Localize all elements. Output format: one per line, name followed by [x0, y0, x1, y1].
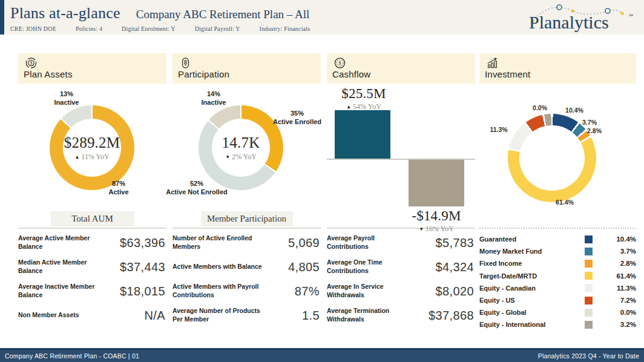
donut-label-active-enrolled: 35% Active Enrolled	[268, 109, 326, 127]
stat-label: Average One Time Contributions	[327, 258, 418, 275]
stat-row: Average Active Member Balance $63,396	[18, 231, 166, 255]
donut-label-active: 87% Active	[88, 179, 149, 197]
stat-row: Non Member Assets N/A	[18, 303, 166, 327]
plan-assets-donut[interactable]: $289.2M ▲ 11% YoY	[50, 105, 134, 190]
stat-value: $37,868	[429, 309, 474, 323]
legend-row: Money Market Fund 3.7%	[479, 245, 636, 257]
investment-legend: Guaranteed 10.4% Money Market Fund 3.7% …	[479, 228, 636, 331]
legend-label: Target-Date/MRTD	[479, 272, 585, 280]
legend-value: 11.3%	[611, 285, 636, 292]
panel-plan-assets: $ Plan Assets $289.2M ▲ 11% YoY 13% Inac…	[18, 53, 166, 331]
donut-label-active-not-enrolled: 52% Active Not Enrolled	[160, 179, 233, 197]
stat-row: Average Payroll Contributions $5,783	[327, 231, 475, 255]
logo-node-icon	[620, 12, 623, 15]
meta-item: CRE: JOHN DOE	[10, 25, 56, 32]
donut-label-guaranteed: 10.4%	[561, 107, 588, 114]
stat-value: $5,783	[435, 236, 474, 250]
legend-swatch	[585, 309, 593, 317]
donut-center	[519, 125, 585, 191]
donut-label-equity-global: 0.0%	[527, 104, 553, 111]
legend-swatch	[585, 321, 593, 329]
participation-chart: 14.7K ▼ 2% YoY 14% Inactive 35% Active E…	[172, 84, 321, 226]
footer: Company ABC Retirement Plan - COABC | 01…	[0, 348, 644, 362]
legend-value: 2.8%	[611, 260, 636, 267]
stat-label: Average Number of Products Per Member	[172, 307, 263, 323]
stat-row: Number of Active Enrolled Members 5,069	[172, 231, 321, 255]
stat-label: Number of Active Enrolled Members	[172, 234, 263, 251]
stat-row: Average One Time Contributions $4,324	[327, 255, 475, 279]
legend-swatch	[585, 272, 593, 280]
legend-label: Fixed Income	[479, 260, 585, 267]
stat-value: 87%	[295, 285, 320, 298]
plan-meta: CRE: JOHN DOE Policies: 4 Digital Enrolm…	[10, 25, 310, 32]
yoy-text: 54% YoY	[353, 102, 381, 111]
donut-center: 14.7K ▼ 2% YoY	[212, 119, 270, 177]
stat-row: Average In Service Withdrawals $8,020	[327, 279, 475, 303]
outflow-bar[interactable]	[409, 160, 464, 206]
label-pct: 13%	[36, 90, 97, 98]
label-name: Inactive	[36, 98, 97, 107]
stat-label: Active Members with Payroll Contribution…	[172, 283, 263, 299]
up-arrow-icon: ▲	[74, 154, 79, 160]
legend-label: Equity - Global	[479, 309, 585, 316]
logo-node-icon	[557, 5, 562, 10]
logo-tm: ™	[628, 13, 633, 19]
inflow-bar[interactable]	[335, 110, 390, 159]
outflow-value: -$14.9M	[407, 208, 465, 224]
svg-text:$: $	[338, 61, 341, 66]
label-pct: 87%	[88, 179, 149, 188]
legend-label: Money Market Fund	[479, 248, 585, 255]
badge-row: Total AUM	[18, 211, 166, 226]
meta-item: Digital Enrolment: Y	[122, 25, 176, 32]
inflow-value: $25.5M	[335, 86, 393, 102]
panel-title: Cashflow	[332, 69, 470, 79]
legend-label: Equity - International	[479, 321, 585, 328]
legend-swatch	[585, 284, 593, 292]
stat-value: N/A	[144, 309, 165, 323]
legend-label: Equity - Canadian	[479, 285, 585, 292]
label-pct: 52%	[160, 179, 233, 188]
investment-growth-chart-icon	[485, 57, 500, 69]
outflow-label: -$14.9M ▼ 16% YoY	[407, 208, 465, 234]
legend-value: 3.2%	[611, 321, 636, 328]
panel-participation: Participation 14.7K ▼ 2% YoY 14% Inactiv…	[172, 53, 321, 331]
donut-center: $289.2M ▲ 11% YoY	[63, 119, 121, 177]
stat-value: $37,443	[120, 260, 165, 274]
meta-item: Digital Payroll: Y	[195, 25, 240, 32]
label-name: Inactive	[183, 98, 244, 107]
yoy-text: 2% YoY	[232, 153, 257, 161]
stat-row: Average Termination Withdrawals $37,868	[327, 303, 475, 327]
panel-title: Participation	[178, 69, 315, 79]
stat-value: 4,805	[288, 260, 320, 274]
planalytics-logo-graphic: Planalytics ™	[528, 2, 637, 32]
stat-value: $8,020	[435, 285, 474, 298]
donut-label-inactive: 13% Inactive	[36, 90, 97, 107]
panel-title: Investment	[485, 69, 631, 79]
investment-chart: 0.0% 10.4% 3.7% 2.8% 11.3% 61.4%	[479, 84, 636, 226]
legend-row: Equity - Canadian 11.3%	[479, 282, 636, 294]
legend-row: Equity - International 3.2%	[479, 318, 636, 331]
stat-value: $63,396	[120, 236, 165, 250]
legend-row: Equity - Global 0.0%	[479, 306, 636, 318]
legend-swatch	[585, 260, 593, 268]
stat-label: Non Member Assets	[18, 311, 109, 320]
donut-label-inactive: 14% Inactive	[183, 90, 244, 107]
label-name: Active Enrolled	[268, 117, 326, 126]
legend-swatch	[585, 297, 593, 304]
plan-assets-stats: Average Active Member Balance $63,396 Me…	[18, 228, 166, 327]
stat-row: Median Active Member Balance $37,443	[18, 255, 166, 279]
cashflow-chart: $25.5M ▲ 54% YoY -$14.9M ▼ 16% YoY	[327, 84, 475, 226]
total-aum-value: $289.2M	[64, 134, 120, 151]
donut-label-fixed-income: 2.8%	[581, 127, 608, 134]
header: Plans at-a-glance Company ABC Retirement…	[0, 0, 644, 35]
up-arrow-icon: ▲	[346, 104, 351, 110]
stat-label: Median Active Member Balance	[18, 258, 109, 275]
yoy-text: 11% YoY	[81, 153, 109, 161]
legend-row: Guaranteed 10.4%	[479, 233, 636, 245]
participation-header: Participation	[172, 53, 321, 84]
page-title: Plans at-a-glance	[10, 4, 120, 22]
panel-investment: Investment 0.0% 10.4% 3.7% 2.8% 11.3% 61…	[479, 53, 636, 331]
label-pct: 35%	[268, 109, 326, 117]
legend-label: Guaranteed	[479, 235, 585, 243]
stat-label: Average In Service Withdrawals	[327, 283, 418, 299]
